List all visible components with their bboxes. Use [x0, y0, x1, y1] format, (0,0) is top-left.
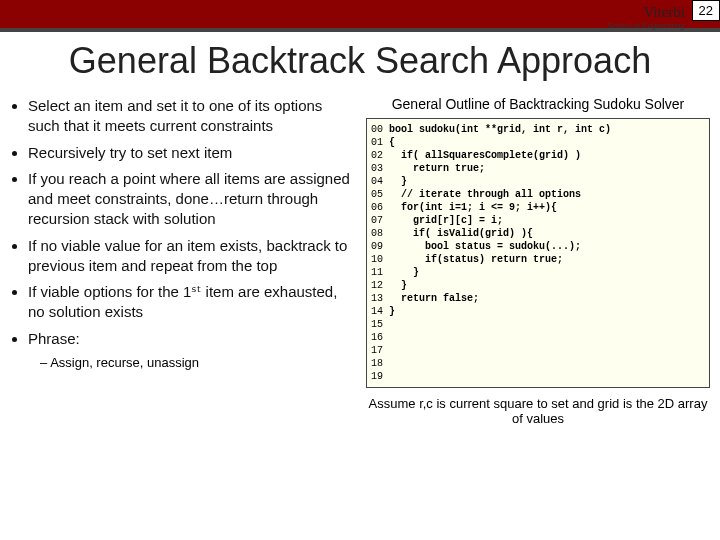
- logo-subtitle: School of Engineering: [607, 21, 685, 30]
- bullet-item: Select an item and set it to one of its …: [28, 96, 354, 137]
- bullet-item: If no viable value for an item exists, b…: [28, 236, 354, 277]
- code-caption: Assume r,c is current square to set and …: [366, 396, 710, 426]
- header-bar: USCViterbi School of Engineering 22: [0, 0, 720, 32]
- bullet-item: Phrase:: [28, 329, 354, 349]
- logo-viterbi: Viterbi: [643, 4, 685, 20]
- code-box: 00 01 02 03 04 05 06 07 08 09 10 11 12 1…: [366, 118, 710, 388]
- logo-usc: USC: [613, 4, 643, 20]
- line-numbers: 00 01 02 03 04 05 06 07 08 09 10 11 12 1…: [371, 123, 389, 383]
- main-content: Select an item and set it to one of its …: [0, 96, 720, 426]
- bullet-list: Select an item and set it to one of its …: [10, 96, 354, 349]
- bullet-item: If you reach a point where all items are…: [28, 169, 354, 230]
- page-number: 22: [692, 0, 720, 21]
- logo: USCViterbi School of Engineering: [607, 4, 685, 30]
- code-title: General Outline of Backtracking Sudoku S…: [366, 96, 710, 112]
- sub-bullet: Assign, recurse, unassign: [10, 355, 354, 370]
- slide-title: General Backtrack Search Approach: [0, 40, 720, 82]
- code-lines: bool sudoku(int **grid, int r, int c) { …: [389, 123, 611, 383]
- bullet-item: If viable options for the 1ˢᵗ item are e…: [28, 282, 354, 323]
- right-column: General Outline of Backtracking Sudoku S…: [360, 96, 710, 426]
- left-column: Select an item and set it to one of its …: [10, 96, 360, 426]
- bullet-item: Recursively try to set next item: [28, 143, 354, 163]
